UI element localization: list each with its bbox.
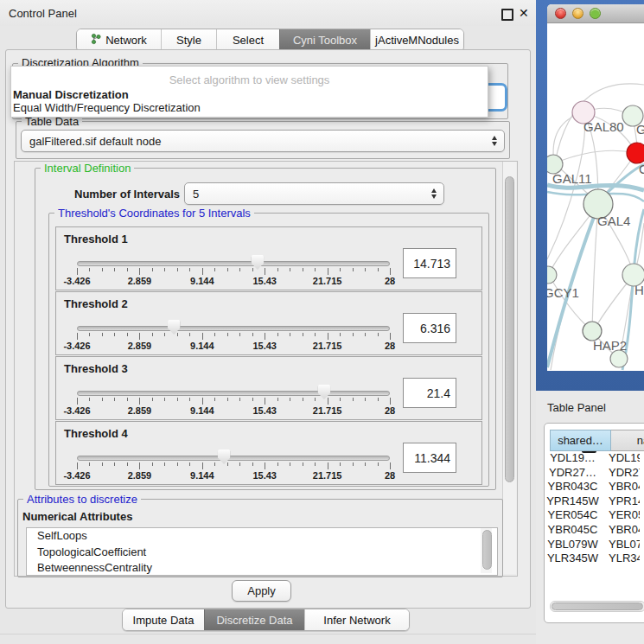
slider-track[interactable] — [77, 261, 390, 266]
cell-name[interactable]: YDR27… — [603, 466, 640, 481]
tab-cyni-toolbox[interactable]: Cyni Toolbox — [279, 29, 370, 51]
tab-infer-network[interactable]: Infer Network — [304, 609, 409, 630]
tab-select[interactable]: Select — [216, 29, 279, 51]
threshold-label: Threshold 3 — [64, 362, 128, 375]
axis-tick-label: 15.43 — [252, 405, 277, 416]
tick-mark — [328, 333, 328, 340]
table-row[interactable]: YDL19…YDL19… — [542, 451, 640, 466]
cell-name[interactable]: YPR145W — [603, 494, 640, 509]
tab-jactivemnodules[interactable]: jActiveMNodules — [370, 29, 463, 51]
horizontal-scrollbar-thumb[interactable] — [552, 603, 643, 610]
threshold-2-slider[interactable]: -3.4262.8599.14415.4321.71528 — [77, 318, 390, 353]
attributes-list-scrollbar-thumb[interactable] — [482, 530, 492, 570]
tick-mark — [89, 333, 90, 336]
cell-shared-name[interactable]: YDR27… — [542, 466, 603, 481]
table-data-combobox[interactable]: galFiltered.sif default node — [21, 130, 505, 152]
tab-impute-data[interactable]: Impute Data — [123, 609, 204, 630]
algorithm-dropdown-hint: Select algorithm to view settings — [11, 73, 488, 86]
slider-track[interactable] — [77, 326, 390, 331]
cell-shared-name[interactable]: YLR345W — [542, 552, 603, 566]
cell-shared-name[interactable]: YBR043C — [542, 480, 603, 494]
attribute-list-item[interactable]: SelfLoops — [27, 528, 497, 545]
tab-style[interactable]: Style — [161, 29, 216, 51]
tick-mark — [390, 398, 391, 405]
vertical-scrollbar-thumb[interactable] — [505, 176, 514, 482]
horizontal-scrollbar[interactable] — [550, 601, 644, 612]
cell-shared-name[interactable]: YBL079W — [542, 538, 603, 552]
cell-shared-name[interactable]: YBR045C — [542, 523, 603, 538]
zoom-traffic-light-icon[interactable] — [590, 8, 601, 19]
table-row[interactable]: YPR145WYPR145W — [542, 494, 640, 509]
table-panel-title: Table Panel — [547, 401, 606, 414]
table-row[interactable]: YDR27…YDR27… — [542, 466, 640, 481]
table-row[interactable]: YLR345WYLR345W — [542, 552, 640, 566]
network-node[interactable] — [627, 143, 644, 163]
tick-mark — [378, 462, 379, 466]
table-row[interactable]: YIL052CYIL052C — [542, 566, 640, 567]
close-traffic-light-icon[interactable] — [555, 8, 566, 19]
tick-mark — [353, 462, 354, 466]
table-rows[interactable]: YDL19…YDL19…YDR27…YDR27…YBR043CYBR043CYP… — [542, 451, 640, 567]
cell-shared-name[interactable]: YPR145W — [542, 494, 603, 509]
threshold-1-slider[interactable]: -3.4262.8599.14415.4321.71528 — [77, 253, 390, 288]
cell-shared-name[interactable]: YDL19… — [542, 451, 603, 466]
tick-mark — [152, 462, 153, 466]
cell-name[interactable]: YLR345W — [603, 552, 640, 566]
apply-button[interactable]: Apply — [232, 580, 291, 602]
network-node[interactable] — [547, 266, 557, 284]
column-header-name[interactable]: name — [611, 430, 644, 451]
attribute-list-item[interactable]: TopologicalCoefficient — [27, 545, 497, 561]
tick-mark — [102, 462, 103, 466]
table-row[interactable]: YER054CYER054C — [542, 508, 640, 523]
threshold-2-value-field[interactable]: 6.316 — [403, 313, 456, 343]
vertical-scrollbar[interactable] — [502, 162, 516, 574]
attribute-list-item[interactable]: BetweennessCentrality — [27, 560, 497, 576]
tick-mark — [390, 268, 391, 275]
table-row[interactable]: YBL079WYBL079W — [542, 538, 640, 552]
network-canvas[interactable]: GAL80GAGAL11CGAL4GCY1HHAP2 — [547, 23, 644, 371]
tick-mark — [290, 333, 290, 336]
cell-name[interactable]: YER054C — [603, 508, 640, 523]
cell-shared-name[interactable]: YER054C — [542, 508, 603, 523]
tick-mark — [77, 398, 78, 405]
table-row[interactable]: YBR043CYBR043C — [542, 480, 640, 494]
cell-name[interactable]: YBL079W — [603, 538, 640, 552]
column-header-shared-name[interactable]: shared… — [550, 430, 611, 451]
cell-name[interactable]: YBR043C — [603, 480, 640, 494]
threshold-3-slider[interactable]: -3.4262.8599.14415.4321.71528 — [77, 383, 390, 418]
tick-mark — [315, 398, 316, 401]
slider-track[interactable] — [77, 391, 390, 396]
dropdown-option-equal-width-frequency[interactable]: Equal Width/Frequency Discretization — [13, 101, 201, 114]
threshold-4-slider[interactable]: -3.4262.8599.14415.4321.71528 — [77, 448, 390, 482]
axis-tick-label: -3.426 — [63, 276, 90, 286]
network-tab-icon — [91, 33, 101, 48]
network-window-titlebar[interactable] — [547, 4, 644, 23]
slider-ticks — [77, 398, 390, 405]
cell-name[interactable]: YIL052C — [603, 566, 640, 567]
cell-name[interactable]: YBR045C — [603, 523, 640, 538]
threshold-3-panel: Threshold 3 -3.4262.8599.14415.4321.7152… — [55, 356, 482, 420]
tab-network[interactable]: Network — [77, 29, 161, 51]
slider-axis-labels: -3.4262.8599.14415.4321.71528 — [77, 276, 390, 286]
minimize-traffic-light-icon[interactable] — [572, 8, 583, 19]
slider-track[interactable] — [77, 456, 390, 461]
threshold-1-value-field[interactable]: 14.713 — [403, 248, 456, 278]
numerical-attributes-list[interactable]: SelfLoopsTopologicalCoefficientBetweenne… — [26, 527, 498, 576]
tick-mark — [290, 398, 290, 401]
float-window-icon[interactable] — [501, 9, 513, 21]
threshold-3-value-field[interactable]: 21.4 — [403, 378, 456, 408]
network-node[interactable] — [610, 350, 628, 367]
tab-discretize-data[interactable]: Discretize Data — [204, 609, 304, 630]
tick-mark — [227, 398, 228, 401]
dropdown-option-manual-discretization[interactable]: Manual Discretization — [13, 88, 129, 101]
control-panel-titlebar — [0, 0, 536, 26]
threshold-4-value-field[interactable]: 11.344 — [403, 443, 456, 473]
close-icon[interactable]: ✕ — [519, 6, 529, 20]
table-row[interactable]: YBR045CYBR045C — [542, 523, 640, 538]
cell-name[interactable]: YDL19… — [603, 451, 640, 466]
tab-label: Select — [233, 34, 264, 47]
tick-mark — [189, 398, 190, 401]
number-of-intervals-combobox[interactable]: 5 — [184, 182, 444, 205]
cell-shared-name[interactable]: YIL052C — [542, 566, 603, 567]
attributes-list-scrollbar[interactable] — [481, 528, 492, 573]
